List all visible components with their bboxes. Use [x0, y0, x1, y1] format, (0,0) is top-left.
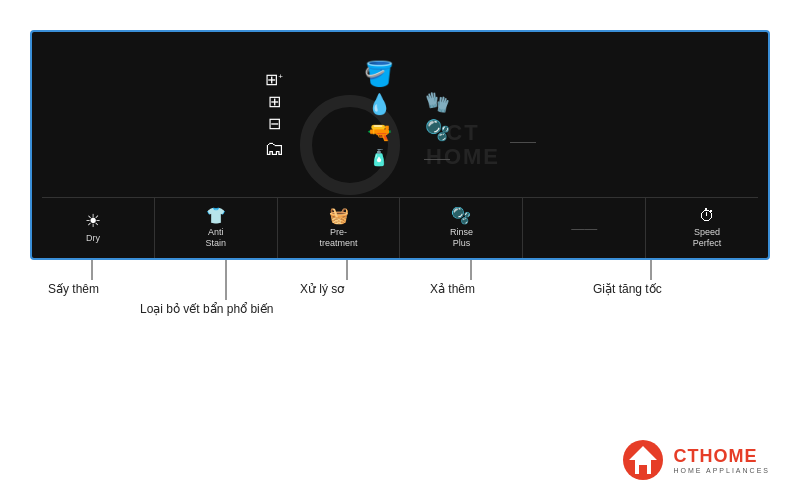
- label-rinse-plus: 🫧 RinsePlus: [400, 198, 523, 258]
- icon-grid: ⊞: [268, 94, 281, 110]
- icon-bucket: 🪣: [364, 62, 394, 86]
- icons-area: ⊞+ ⊞ ⊟ 🗂 🪣 💧 🔫 🧴 🧤 🫧 —— ——: [32, 52, 768, 198]
- far-right-dash: ——: [510, 132, 536, 150]
- display-panel: CTHOME ⊞+ ⊞ ⊟ 🗂 🪣 💧 🔫 🧴 🧤 🫧 ——: [30, 30, 770, 260]
- icon-pre-treatment: 🧺: [329, 208, 349, 224]
- cthome-text-block: CTHOME HOME APPLIANCES: [673, 446, 770, 474]
- annot-xa-them: Xả thêm: [430, 282, 475, 296]
- icon-tube: 🧴: [369, 150, 389, 166]
- icon-speed-perfect: ⏱: [699, 208, 715, 224]
- annotations-container: Sấy thêm Loại bỏ vết bẩn phổ biến Xử lý …: [30, 260, 770, 390]
- label-speed-perfect: ⏱ SpeedPerfect: [646, 198, 768, 258]
- label-empty-1: ——: [523, 198, 646, 258]
- annot-giat-tang-toc: Giặt tăng tốc: [593, 282, 662, 296]
- main-container: CTHOME ⊞+ ⊞ ⊟ 🗂 🪣 💧 🔫 🧴 🧤 🫧 ——: [0, 0, 800, 500]
- icon-anti-stain: 👕: [206, 208, 226, 224]
- label-dry: ☀ Dry: [32, 198, 155, 258]
- annotations-svg: [30, 260, 770, 390]
- bottom-labels-row: ☀ Dry 👕 AntiStain 🧺 Pre-treatment 🫧 Rins…: [32, 198, 768, 258]
- label-pre-treatment: 🧺 Pre-treatment: [278, 198, 401, 258]
- icon-drop: 💧: [367, 94, 392, 114]
- right-icons-column: 🧤 🫧 ——: [424, 92, 450, 165]
- icon-dash-2: ——: [510, 134, 536, 149]
- annot-loai-bo: Loại bỏ vết bẩn phổ biến: [140, 302, 273, 316]
- label-speed-perfect-text: SpeedPerfect: [693, 227, 722, 249]
- center-icons-column: 🪣 💧 🔫 🧴: [364, 62, 394, 166]
- label-anti-stain-text: AntiStain: [205, 227, 226, 249]
- cthome-name: CTHOME: [673, 446, 770, 467]
- annot-say-them: Sấy thêm: [48, 282, 99, 296]
- cthome-subtitle: HOME APPLIANCES: [673, 467, 770, 474]
- icon-grid-plus: ⊞+: [265, 72, 283, 88]
- left-icons-column: ⊞+ ⊞ ⊟ 🗂: [264, 62, 284, 158]
- icon-spray: 🔫: [367, 122, 392, 142]
- icon-glove: 🧤: [425, 92, 450, 112]
- cthome-icon-svg: [621, 438, 665, 482]
- label-dry-text: Dry: [86, 233, 100, 244]
- icon-empty-dash: ——: [571, 222, 597, 235]
- icon-iron: 🗂: [264, 138, 284, 158]
- icon-rinse-plus: 🫧: [451, 208, 471, 224]
- label-anti-stain: 👕 AntiStain: [155, 198, 278, 258]
- cthome-logo: CTHOME HOME APPLIANCES: [621, 438, 770, 482]
- annot-xu-ly: Xử lý sơ: [300, 282, 344, 296]
- label-pre-treatment-text: Pre-treatment: [320, 227, 358, 249]
- label-rinse-plus-text: RinsePlus: [450, 227, 473, 249]
- icon-hand-wash: 🫧: [425, 120, 450, 140]
- icon-dry: ☀: [85, 212, 101, 230]
- icon-dash-1: ——: [424, 152, 450, 165]
- svg-rect-7: [639, 465, 647, 474]
- icon-square-grid: ⊟: [268, 116, 281, 132]
